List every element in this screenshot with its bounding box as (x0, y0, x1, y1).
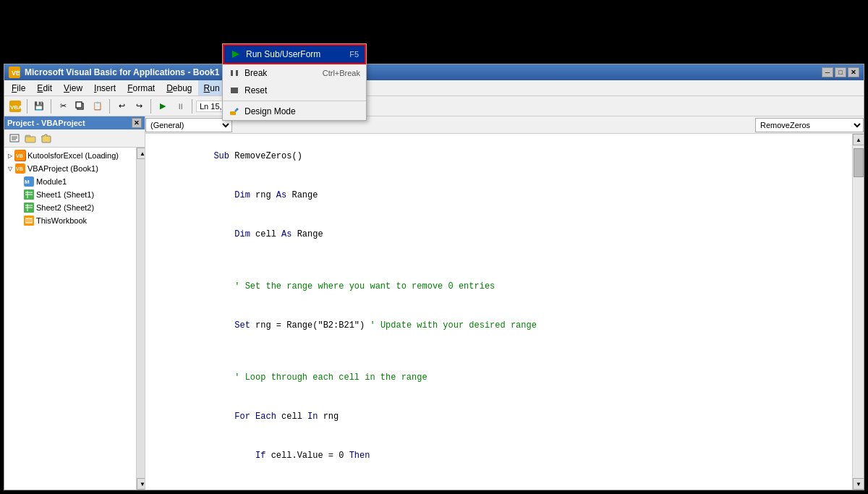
panel-scrollbar: ▲ ▼ (136, 148, 145, 490)
scroll-up-btn[interactable]: ▲ (853, 134, 864, 145)
code-line: Dim cell As Range (151, 215, 846, 254)
module1-icon: M (23, 176, 35, 187)
toolbar-pause[interactable]: ⏸ (172, 98, 188, 114)
code-line: Set rng = Range("B2:B21") ' Update with … (151, 306, 846, 345)
svg-rect-5 (76, 102, 82, 108)
run-sub-icon (230, 48, 242, 60)
panel-close-button[interactable]: ✕ (132, 118, 142, 128)
menu-debug[interactable]: Debug (161, 80, 197, 95)
panel-btn-toggle-folders[interactable] (23, 131, 38, 145)
tree-item-sheet1[interactable]: Sheet1 (Sheet1) (6, 188, 135, 201)
svg-rect-11 (25, 137, 35, 142)
toolbar-undo[interactable]: ↩ (114, 98, 129, 114)
minimize-button[interactable]: ─ (822, 67, 833, 77)
scroll-thumb[interactable] (854, 148, 864, 177)
menu-file[interactable]: File (6, 80, 31, 95)
svg-text:VB: VB (16, 153, 23, 158)
svg-text:M: M (25, 179, 30, 185)
proc-dropdown[interactable]: RemoveZeros (755, 118, 864, 132)
thisworkbook-label: ThisWorkbook (36, 216, 87, 225)
tree-item-vbaproject[interactable]: ▽ VB VBAProject (Book1) (6, 162, 135, 175)
menu-view[interactable]: View (58, 80, 88, 95)
object-dropdown[interactable]: (General) (145, 118, 232, 132)
panel-scroll-down[interactable]: ▼ (137, 478, 145, 490)
svg-marker-31 (232, 51, 239, 58)
svg-rect-32 (231, 70, 233, 76)
code-line (151, 254, 846, 267)
menu-reset[interactable]: Reset (223, 82, 366, 99)
code-line: If cell.Value = 0 Then (151, 436, 846, 475)
svg-rect-35 (230, 111, 236, 115)
menu-break[interactable]: Break Ctrl+Break (223, 64, 366, 82)
sheet1-icon (23, 189, 35, 200)
maximize-button[interactable]: □ (835, 67, 846, 77)
panel-toolbar (4, 129, 145, 148)
sep5 (192, 99, 192, 114)
panel-btn-folder[interactable] (39, 131, 54, 145)
title-bar-text: Microsoft Visual Basic for Applications … (25, 67, 822, 77)
menu-design-mode[interactable]: Design Mode (223, 103, 366, 120)
tree-toggle[interactable]: ▷ (6, 151, 14, 160)
sep3 (109, 99, 110, 114)
main-area: Project - VBAProject ✕ (4, 116, 864, 490)
title-bar-buttons: ─ □ ✕ (822, 67, 859, 77)
toolbar-redo[interactable]: ↪ (131, 98, 147, 114)
run-dropdown-menu: Run Sub/UserForm F5 Break Ctrl+Break Res… (222, 43, 367, 121)
break-icon (229, 67, 240, 79)
scroll-track[interactable] (853, 145, 864, 478)
sheet1-label: Sheet1 (Sheet1) (36, 190, 94, 199)
close-button[interactable]: ✕ (848, 67, 859, 77)
code-line: Dim rng As Range (151, 176, 846, 215)
toolbar-copy[interactable] (72, 98, 88, 114)
menu-run[interactable]: Run (198, 80, 226, 95)
toolbar-paste[interactable]: 📋 (90, 98, 106, 114)
reset-icon (229, 85, 240, 96)
vba-window: VB Microsoft Visual Basic for Applicatio… (4, 64, 864, 490)
sep4 (150, 99, 151, 114)
code-line: Sub RemoveZeros() (151, 137, 846, 176)
title-bar: VB Microsoft Visual Basic for Applicatio… (4, 64, 864, 80)
run-sub-shortcut: F5 (349, 50, 359, 59)
tree-item-kutools[interactable]: ▷ VB KutoolsforExcel (Loading) (6, 149, 135, 162)
svg-rect-33 (236, 70, 238, 76)
panel-btn-view-code[interactable] (7, 131, 22, 145)
menu-format[interactable]: Format (122, 80, 161, 95)
menu-edit[interactable]: Edit (31, 80, 58, 95)
reset-label: Reset (244, 85, 356, 95)
sheet2-icon (23, 202, 35, 213)
tree-toggle-vba[interactable]: ▽ (6, 164, 14, 173)
break-label: Break (244, 68, 318, 78)
toolbar: VBA 💾 ✂ 📋 ↩ ↪ ▶ ⏸ Ln 15, Col 1 ◀ ▶ (4, 96, 864, 116)
project-tree: ▷ VB KutoolsforExcel (Loading) ▽ (4, 148, 136, 490)
design-mode-icon (229, 106, 240, 117)
toolbar-cut[interactable]: ✂ (55, 98, 71, 114)
sep1 (27, 99, 27, 114)
kutools-label: KutoolsforExcel (Loading) (27, 151, 119, 160)
scroll-down-btn[interactable]: ▼ (853, 478, 864, 490)
menu-insert[interactable]: Insert (88, 80, 122, 95)
toolbar-run[interactable]: ▶ (155, 98, 171, 114)
code-line: ' Set the range where you want to remove… (151, 267, 846, 306)
kutools-icon: VB (14, 150, 26, 161)
code-scrollbar: ▲ ▼ (852, 134, 864, 490)
thisworkbook-icon (23, 215, 35, 226)
tree-item-sheet2[interactable]: Sheet2 (Sheet2) (6, 201, 135, 214)
tree-item-thisworkbook[interactable]: ThisWorkbook (6, 214, 135, 227)
title-bar-icon: VB (9, 67, 20, 78)
svg-text:VBA: VBA (10, 104, 22, 111)
code-area: (General) RemoveZeros Sub RemoveZeros() … (145, 116, 864, 490)
panel-scroll-up[interactable]: ▲ (137, 148, 145, 159)
toolbar-save[interactable]: 💾 (31, 98, 47, 114)
svg-rect-28 (25, 218, 33, 223)
code-line (151, 345, 846, 358)
vbaproject-label: VBAProject (Book1) (27, 164, 98, 173)
panel-scroll-track[interactable] (137, 159, 145, 478)
vbaproject-icon: VB (14, 163, 26, 174)
code-line: For Each cell In rng (151, 397, 846, 436)
code-line: ' Loop through each cell in the range (151, 358, 846, 397)
project-panel: Project - VBAProject ✕ (4, 116, 145, 490)
code-editor[interactable]: Sub RemoveZeros() Dim rng As Range Dim c… (145, 134, 852, 490)
menu-run-sub[interactable]: Run Sub/UserForm F5 (223, 44, 366, 64)
tree-item-module1[interactable]: M Module1 (6, 175, 135, 188)
menu-bar: File Edit View Insert Format Debug Run T… (4, 80, 864, 96)
